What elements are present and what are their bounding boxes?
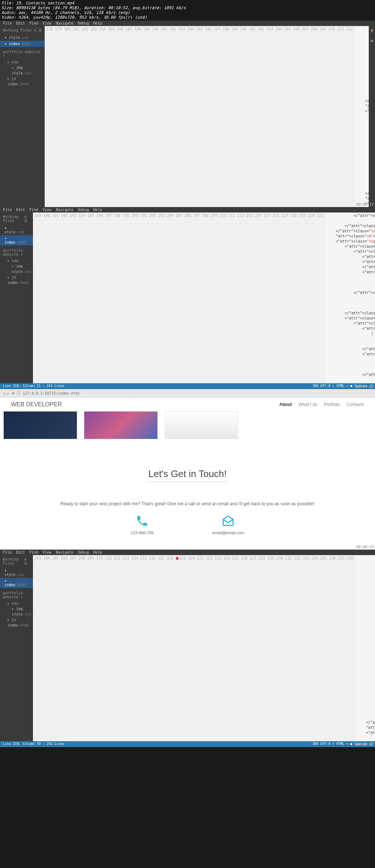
- right-toolbar: [369, 26, 375, 207]
- envelope-icon: [222, 514, 235, 528]
- bolt-icon[interactable]: [370, 29, 374, 33]
- menu-help[interactable]: Help: [93, 550, 102, 554]
- menu-debug[interactable]: Debug: [78, 208, 89, 212]
- thumb-2[interactable]: [84, 411, 157, 439]
- editor-panel-1: FileEditFindViewNavigateDebugHelp Workin…: [0, 21, 375, 207]
- editor-panel-4: FileEditFindViewNavigateDebugHelp Workin…: [0, 550, 375, 747]
- tree-js[interactable]: ▸ js: [6, 274, 33, 280]
- menu-debug[interactable]: Debug: [78, 550, 89, 554]
- tree-css[interactable]: ▸ css: [6, 258, 33, 263]
- code-editor[interactable]: 189 190 191 192 193 194 195 196 197 198 …: [33, 213, 375, 383]
- nav-what-i-do[interactable]: What I do: [298, 402, 317, 407]
- thumb-3[interactable]: [165, 411, 238, 439]
- code-editor[interactable]: 178 179 180 181 182 183 184 185 186 187 …: [45, 26, 369, 207]
- email-contact[interactable]: email@email.com: [212, 514, 244, 535]
- project-name[interactable]: portfolio website ▾: [0, 245, 33, 258]
- browser-preview: ◁ ▷ ⟳ ⓘ 127.0.0.1:50725/index.html WEB D…: [0, 389, 375, 550]
- tree-index[interactable]: index.html: [6, 81, 45, 87]
- editor-panel-2: FileEditFindViewNavigateDebugHelp Workin…: [0, 207, 375, 389]
- menu-file[interactable]: File: [3, 550, 12, 554]
- menu-bar: FileEditFindViewNavigateDebugHelp: [0, 21, 375, 26]
- tree-style[interactable]: style.css: [6, 70, 45, 76]
- email-label: email@email.com: [212, 531, 244, 535]
- file-style[interactable]: style.css: [0, 568, 33, 578]
- nav-portfolio[interactable]: Portfolio: [324, 402, 340, 407]
- menu-edit[interactable]: Edit: [16, 550, 25, 554]
- menu-file[interactable]: File: [3, 208, 12, 212]
- menu-view[interactable]: View: [42, 550, 51, 554]
- menu-help[interactable]: Help: [93, 208, 102, 212]
- timestamp: 00:04:22: [356, 384, 374, 388]
- file-index[interactable]: index.html: [0, 235, 33, 245]
- tree-img[interactable]: ▸ img: [6, 606, 33, 612]
- gear-icon[interactable]: ⚙ ☰: [24, 557, 30, 565]
- thumb-1[interactable]: [4, 411, 77, 439]
- tree-js[interactable]: ▸ js: [6, 76, 45, 81]
- timestamp: 00:06:32: [356, 545, 374, 549]
- tree-style[interactable]: style.css: [6, 612, 33, 617]
- menu-navigate[interactable]: Navigate: [56, 208, 73, 212]
- phone-icon: [135, 514, 149, 528]
- portfolio-thumbs: [0, 411, 375, 439]
- sidebar: Working Files⚙ ☰style.cssindex.htmlportf…: [0, 555, 33, 741]
- menu-navigate[interactable]: Navigate: [56, 21, 73, 25]
- tree-img[interactable]: ▸ img: [6, 263, 33, 269]
- status-bar: Line 218, Column 21 — 241 LinesINS UTF-8…: [0, 383, 375, 389]
- contact-text: Ready to start your next project with me…: [7, 501, 368, 507]
- file-style[interactable]: style.css: [0, 34, 45, 41]
- tree-img[interactable]: ▸ img: [6, 65, 45, 70]
- menu-bar: FileEditFindViewNavigateDebugHelp: [0, 550, 375, 555]
- status-bar: Line 219, Column 70 — 241 LinesINS UTF-8…: [0, 741, 375, 747]
- menu-debug[interactable]: Debug: [78, 21, 89, 25]
- site-logo: WEB DEVELOPER: [11, 401, 62, 408]
- contact-heading: Let's Get in Touch!: [148, 468, 227, 482]
- menu-view[interactable]: View: [42, 208, 51, 212]
- tree-css[interactable]: ▸ css: [6, 59, 45, 65]
- code-editor[interactable]: 203 204 205 206 207 208 209 210 211 212 …: [33, 555, 375, 741]
- project-name[interactable]: portfolio website ▾: [0, 588, 33, 601]
- cloud-icon[interactable]: [370, 38, 374, 43]
- tree-js[interactable]: ▸ js: [6, 617, 33, 623]
- sidebar: Working Files⚙ ☰style.cssindex.htmlportf…: [0, 213, 33, 383]
- tree-style[interactable]: style.css: [6, 269, 33, 274]
- menu-find[interactable]: Find: [29, 21, 38, 25]
- phone-label: 123-456-789: [131, 531, 153, 535]
- gear-icon[interactable]: ⚙ ☰: [24, 215, 30, 223]
- menu-find[interactable]: Find: [29, 550, 38, 554]
- timestamp: 00:02:12: [356, 202, 374, 206]
- menu-navigate[interactable]: Navigate: [56, 550, 73, 554]
- timestamp: 00:08:42: [356, 742, 374, 746]
- menu-view[interactable]: View: [42, 21, 51, 25]
- menu-help[interactable]: Help: [93, 21, 102, 25]
- menu-bar: FileEditFindViewNavigateDebugHelp: [0, 207, 375, 213]
- tree-css[interactable]: ▸ css: [6, 601, 33, 606]
- menu-find[interactable]: Find: [29, 208, 38, 212]
- nav-contacts[interactable]: Contacts: [347, 402, 364, 407]
- site-nav[interactable]: AboutWhat I doPortfolioContacts: [279, 402, 364, 407]
- file-index[interactable]: index.html: [0, 578, 33, 588]
- address-bar[interactable]: ◁ ▷ ⟳ ⓘ 127.0.0.1:50725/index.html: [0, 389, 375, 398]
- sidebar: Working Files⚙ ☰style.cssindex.htmlportf…: [0, 26, 45, 207]
- nav-about[interactable]: About: [279, 402, 292, 407]
- file-style[interactable]: style.css: [0, 225, 33, 235]
- menu-edit[interactable]: Edit: [16, 21, 25, 25]
- project-name[interactable]: portfolio website ▾: [0, 47, 45, 59]
- video-meta: File: 19. Contacts_section.mp4 Size: 889…: [0, 0, 375, 21]
- phone-contact[interactable]: 123-456-789: [131, 514, 153, 535]
- menu-edit[interactable]: Edit: [16, 208, 25, 212]
- gear-icon[interactable]: ⚙ ☰: [34, 28, 42, 32]
- menu-file[interactable]: File: [3, 21, 12, 25]
- tree-index[interactable]: index.html: [6, 280, 33, 285]
- file-index[interactable]: index.html: [0, 41, 45, 47]
- tree-index[interactable]: index.html: [6, 623, 33, 628]
